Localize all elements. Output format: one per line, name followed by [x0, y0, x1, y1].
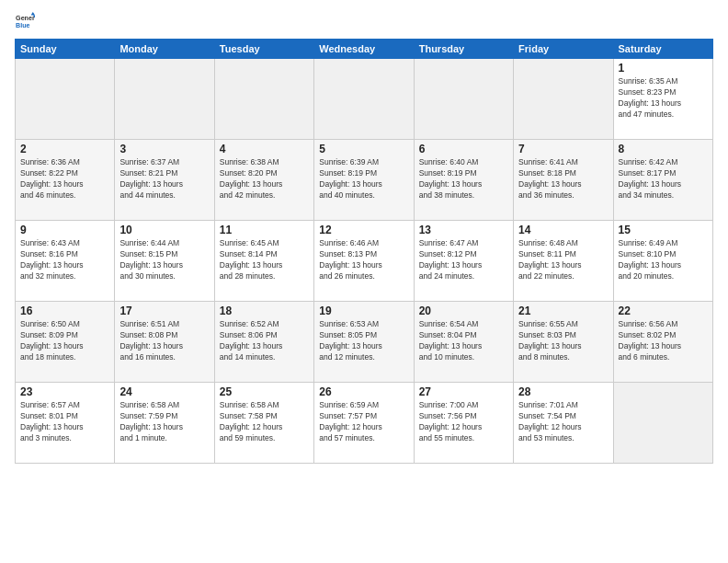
day-info: Sunrise: 6:48 AM Sunset: 8:11 PM Dayligh…: [518, 238, 608, 282]
day-number: 23: [20, 385, 109, 398]
day-info: Sunrise: 6:46 AM Sunset: 8:13 PM Dayligh…: [319, 238, 408, 282]
cell-w1-d1: 3Sunrise: 6:37 AM Sunset: 8:21 PM Daylig…: [115, 140, 214, 221]
day-number: 14: [518, 224, 608, 236]
cell-w2-d1: 10Sunrise: 6:44 AM Sunset: 8:15 PM Dayli…: [115, 221, 214, 302]
day-info: Sunrise: 6:47 AM Sunset: 8:12 PM Dayligh…: [419, 238, 508, 282]
cell-w4-d6: [613, 383, 712, 464]
day-number: 22: [619, 304, 708, 317]
day-info: Sunrise: 6:37 AM Sunset: 8:21 PM Dayligh…: [119, 157, 209, 201]
cell-w0-d2: [214, 59, 313, 140]
day-info: Sunrise: 6:50 AM Sunset: 8:09 PM Dayligh…: [20, 319, 109, 363]
cell-w3-d0: 16Sunrise: 6:50 AM Sunset: 8:09 PM Dayli…: [16, 302, 115, 383]
day-info: Sunrise: 6:38 AM Sunset: 8:20 PM Dayligh…: [220, 157, 309, 201]
day-number: 10: [119, 224, 209, 236]
day-number: 3: [119, 143, 209, 155]
day-info: Sunrise: 6:55 AM Sunset: 8:03 PM Dayligh…: [518, 319, 608, 363]
day-info: Sunrise: 6:39 AM Sunset: 8:19 PM Dayligh…: [319, 157, 408, 201]
day-info: Sunrise: 6:41 AM Sunset: 8:18 PM Dayligh…: [518, 157, 608, 201]
col-header-sunday: Sunday: [16, 40, 115, 59]
svg-marker-2: [31, 12, 35, 15]
cell-w0-d6: 1Sunrise: 6:35 AM Sunset: 8:23 PM Daylig…: [613, 59, 712, 140]
cell-w2-d4: 13Sunrise: 6:47 AM Sunset: 8:12 PM Dayli…: [414, 221, 513, 302]
logo-icon: General Blue: [15, 11, 35, 31]
day-number: 15: [619, 224, 708, 236]
cell-w1-d4: 6Sunrise: 6:40 AM Sunset: 8:19 PM Daylig…: [414, 140, 513, 221]
day-number: 8: [619, 143, 708, 155]
day-number: 25: [220, 385, 309, 398]
col-header-friday: Friday: [514, 40, 613, 59]
day-info: Sunrise: 6:59 AM Sunset: 7:57 PM Dayligh…: [319, 400, 408, 444]
day-number: 1: [619, 62, 708, 75]
cell-w2-d0: 9Sunrise: 6:43 AM Sunset: 8:16 PM Daylig…: [16, 221, 115, 302]
day-number: 26: [319, 385, 408, 398]
day-info: Sunrise: 6:53 AM Sunset: 8:05 PM Dayligh…: [319, 319, 408, 363]
cell-w4-d5: 28Sunrise: 7:01 AM Sunset: 7:54 PM Dayli…: [514, 383, 613, 464]
calendar-table: SundayMondayTuesdayWednesdayThursdayFrid…: [15, 39, 713, 464]
cell-w4-d3: 26Sunrise: 6:59 AM Sunset: 7:57 PM Dayli…: [314, 383, 414, 464]
day-number: 7: [518, 143, 608, 155]
day-number: 28: [518, 385, 608, 398]
day-number: 9: [20, 224, 109, 236]
day-info: Sunrise: 6:36 AM Sunset: 8:22 PM Dayligh…: [20, 157, 109, 201]
cell-w1-d3: 5Sunrise: 6:39 AM Sunset: 8:19 PM Daylig…: [314, 140, 414, 221]
cell-w3-d6: 22Sunrise: 6:56 AM Sunset: 8:02 PM Dayli…: [613, 302, 712, 383]
cell-w4-d0: 23Sunrise: 6:57 AM Sunset: 8:01 PM Dayli…: [16, 383, 115, 464]
day-info: Sunrise: 7:01 AM Sunset: 7:54 PM Dayligh…: [518, 400, 608, 444]
day-number: 6: [419, 143, 508, 155]
cell-w1-d5: 7Sunrise: 6:41 AM Sunset: 8:18 PM Daylig…: [514, 140, 613, 221]
cell-w2-d3: 12Sunrise: 6:46 AM Sunset: 8:13 PM Dayli…: [314, 221, 414, 302]
day-info: Sunrise: 6:54 AM Sunset: 8:04 PM Dayligh…: [419, 319, 508, 363]
day-info: Sunrise: 6:45 AM Sunset: 8:14 PM Dayligh…: [220, 238, 309, 282]
cell-w3-d1: 17Sunrise: 6:51 AM Sunset: 8:08 PM Dayli…: [115, 302, 214, 383]
day-number: 17: [119, 304, 209, 317]
cell-w0-d0: [16, 59, 115, 140]
cell-w1-d2: 4Sunrise: 6:38 AM Sunset: 8:20 PM Daylig…: [214, 140, 313, 221]
day-info: Sunrise: 6:44 AM Sunset: 8:15 PM Dayligh…: [119, 238, 209, 282]
day-info: Sunrise: 6:51 AM Sunset: 8:08 PM Dayligh…: [119, 319, 209, 363]
col-header-monday: Monday: [115, 40, 214, 59]
cell-w4-d1: 24Sunrise: 6:58 AM Sunset: 7:59 PM Dayli…: [115, 383, 214, 464]
day-number: 27: [419, 385, 508, 398]
logo: General Blue: [15, 11, 37, 31]
day-info: Sunrise: 6:52 AM Sunset: 8:06 PM Dayligh…: [220, 319, 309, 363]
day-number: 16: [20, 304, 109, 317]
day-info: Sunrise: 6:40 AM Sunset: 8:19 PM Dayligh…: [419, 157, 508, 201]
day-number: 20: [419, 304, 508, 317]
day-info: Sunrise: 6:58 AM Sunset: 7:59 PM Dayligh…: [119, 400, 209, 444]
day-info: Sunrise: 6:58 AM Sunset: 7:58 PM Dayligh…: [220, 400, 309, 444]
day-number: 2: [20, 143, 109, 155]
cell-w0-d4: [414, 59, 513, 140]
svg-text:Blue: Blue: [16, 22, 30, 29]
day-info: Sunrise: 7:00 AM Sunset: 7:56 PM Dayligh…: [419, 400, 508, 444]
day-number: 5: [319, 143, 408, 155]
svg-text:General: General: [16, 15, 35, 22]
cell-w0-d3: [314, 59, 414, 140]
cell-w0-d1: [115, 59, 214, 140]
day-info: Sunrise: 6:56 AM Sunset: 8:02 PM Dayligh…: [619, 319, 708, 363]
day-number: 12: [319, 224, 408, 236]
day-info: Sunrise: 6:42 AM Sunset: 8:17 PM Dayligh…: [619, 157, 708, 201]
cell-w0-d5: [514, 59, 613, 140]
cell-w3-d4: 20Sunrise: 6:54 AM Sunset: 8:04 PM Dayli…: [414, 302, 513, 383]
day-number: 19: [319, 304, 408, 317]
day-info: Sunrise: 6:49 AM Sunset: 8:10 PM Dayligh…: [619, 238, 708, 282]
cell-w2-d2: 11Sunrise: 6:45 AM Sunset: 8:14 PM Dayli…: [214, 221, 313, 302]
day-info: Sunrise: 6:35 AM Sunset: 8:23 PM Dayligh…: [619, 76, 708, 121]
day-number: 18: [220, 304, 309, 317]
day-number: 11: [220, 224, 309, 236]
col-header-thursday: Thursday: [414, 40, 513, 59]
day-number: 21: [518, 304, 608, 317]
col-header-wednesday: Wednesday: [314, 40, 414, 59]
cell-w2-d6: 15Sunrise: 6:49 AM Sunset: 8:10 PM Dayli…: [613, 221, 712, 302]
header: General Blue: [15, 11, 713, 31]
cell-w4-d2: 25Sunrise: 6:58 AM Sunset: 7:58 PM Dayli…: [214, 383, 313, 464]
col-header-tuesday: Tuesday: [214, 40, 313, 59]
col-header-saturday: Saturday: [613, 40, 712, 59]
day-info: Sunrise: 6:57 AM Sunset: 8:01 PM Dayligh…: [20, 400, 109, 444]
cell-w4-d4: 27Sunrise: 7:00 AM Sunset: 7:56 PM Dayli…: [414, 383, 513, 464]
cell-w1-d0: 2Sunrise: 6:36 AM Sunset: 8:22 PM Daylig…: [16, 140, 115, 221]
cell-w1-d6: 8Sunrise: 6:42 AM Sunset: 8:17 PM Daylig…: [613, 140, 712, 221]
cell-w2-d5: 14Sunrise: 6:48 AM Sunset: 8:11 PM Dayli…: [514, 221, 613, 302]
day-number: 13: [419, 224, 508, 236]
cell-w3-d5: 21Sunrise: 6:55 AM Sunset: 8:03 PM Dayli…: [514, 302, 613, 383]
